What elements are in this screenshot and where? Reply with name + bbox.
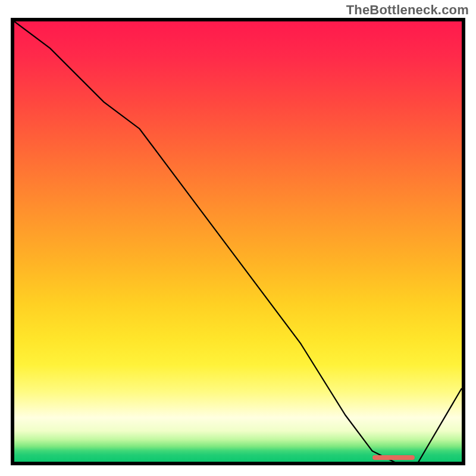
chart-container: TheBottleneck.com <box>0 0 476 476</box>
gradient-background <box>14 21 462 462</box>
optimal-range-marker <box>372 455 415 460</box>
watermark-text: TheBottleneck.com <box>346 2 469 18</box>
plot-inner <box>14 21 462 462</box>
plot-area <box>11 18 465 465</box>
